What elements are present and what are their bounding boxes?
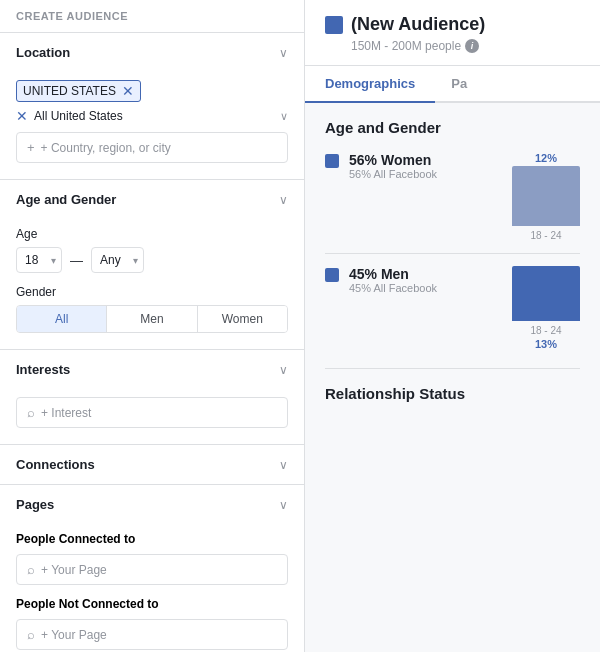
audience-title-icon <box>325 16 343 34</box>
age-to-select[interactable]: Any 24 34 44 54 64 65+ <box>91 247 144 273</box>
connections-section-header[interactable]: Connections ∨ <box>0 445 304 484</box>
age-gender-section-header[interactable]: Age and Gender ∨ <box>0 180 304 219</box>
right-panel: (New Audience) 150M - 200M people i Demo… <box>305 0 600 652</box>
audience-title-text: (New Audience) <box>351 14 485 35</box>
interests-input-wrapper[interactable]: ⌕ <box>16 397 288 428</box>
people-connected-search-icon: ⌕ <box>27 562 35 577</box>
interests-search-icon: ⌕ <box>27 405 35 420</box>
pages-section: Pages ∨ People Connected to ⌕ People Not… <box>0 485 304 652</box>
tab-page-likes[interactable]: Pa <box>435 66 483 101</box>
women-info: 56% Women 56% All Facebook <box>349 152 437 180</box>
gender-buttons: All Men Women <box>16 305 288 333</box>
location-tag[interactable]: UNITED STATES ✕ <box>16 80 141 102</box>
gender-label: Gender <box>16 285 288 299</box>
location-sub-text: All United States <box>34 109 274 123</box>
women-bar <box>512 166 580 226</box>
interests-section: Interests ∨ ⌕ <box>0 350 304 445</box>
people-not-connected-input[interactable] <box>41 628 277 642</box>
interests-title: Interests <box>16 362 70 377</box>
age-to-wrapper: Any 24 34 44 54 64 65+ <box>91 247 144 273</box>
age-from-wrapper: 18 21 25 35 45 55 65 <box>16 247 62 273</box>
divider-1 <box>325 253 580 254</box>
age-gender-chart-title: Age and Gender <box>325 119 580 136</box>
create-audience-header: CREATE AUDIENCE <box>0 0 304 33</box>
relationship-status-section: Relationship Status <box>325 385 580 402</box>
men-bar-chart: 18 - 24 13% <box>512 266 580 352</box>
people-connected-input-wrapper[interactable]: ⌕ <box>16 554 288 585</box>
location-input[interactable] <box>41 141 277 155</box>
women-bar-chart: 12% 18 - 24 <box>512 152 580 241</box>
location-tag-remove-icon[interactable]: ✕ <box>122 84 134 98</box>
pages-section-body: People Connected to ⌕ People Not Connect… <box>0 524 304 652</box>
women-color-box <box>325 154 339 168</box>
women-bar-pct: 12% <box>535 152 557 164</box>
age-dash: — <box>70 253 83 268</box>
audience-size-text: 150M - 200M people <box>351 39 461 53</box>
age-label: Age <box>16 227 288 241</box>
people-not-connected-search-icon: ⌕ <box>27 627 35 642</box>
men-sub-label: 45% All Facebook <box>349 282 437 294</box>
interests-section-body: ⌕ <box>0 389 304 444</box>
men-color-box <box>325 268 339 282</box>
men-bar-age-label: 18 - 24 <box>530 325 561 336</box>
location-section: Location ∨ UNITED STATES ✕ ✕ All United … <box>0 33 304 180</box>
people-connected-input[interactable] <box>41 563 277 577</box>
audience-info-icon[interactable]: i <box>465 39 479 53</box>
location-section-header[interactable]: Location ∨ <box>0 33 304 72</box>
age-gender-section: Age and Gender ∨ Age 18 21 25 35 45 55 6… <box>0 180 304 350</box>
people-connected-label: People Connected to <box>16 532 288 546</box>
pages-section-header[interactable]: Pages ∨ <box>0 485 304 524</box>
gender-men-button[interactable]: Men <box>107 306 197 332</box>
women-stat: 56% Women 56% All Facebook <box>325 152 437 180</box>
demographics-content: Age and Gender 56% Women 56% All Faceboo… <box>305 103 600 418</box>
people-not-connected-input-wrapper[interactable]: ⌕ <box>16 619 288 650</box>
age-row: 18 21 25 35 45 55 65 — Any 24 34 <box>16 247 288 273</box>
men-bar-pct: 13% <box>535 338 557 350</box>
location-search-icon: + <box>27 140 35 155</box>
location-title: Location <box>16 45 70 60</box>
interests-section-header[interactable]: Interests ∨ <box>0 350 304 389</box>
location-chevron-icon: ∨ <box>279 46 288 60</box>
men-bar <box>512 266 580 321</box>
relationship-status-title: Relationship Status <box>325 385 580 402</box>
men-pct-label: 45% Men <box>349 266 437 282</box>
women-bar-age-label: 18 - 24 <box>530 230 561 241</box>
divider-2 <box>325 368 580 369</box>
audience-size-row: 150M - 200M people i <box>351 39 580 53</box>
age-gender-title: Age and Gender <box>16 192 116 207</box>
connections-chevron-icon: ∨ <box>279 458 288 472</box>
connections-section: Connections ∨ <box>0 445 304 485</box>
tabs-bar: Demographics Pa <box>305 66 600 103</box>
women-sub-label: 56% All Facebook <box>349 168 437 180</box>
location-input-wrapper[interactable]: + <box>16 132 288 163</box>
interests-input[interactable] <box>41 406 277 420</box>
tab-demographics[interactable]: Demographics <box>305 66 435 103</box>
pages-chevron-icon: ∨ <box>279 498 288 512</box>
location-dropdown-icon[interactable]: ∨ <box>280 110 288 123</box>
gender-women-button[interactable]: Women <box>198 306 287 332</box>
audience-header: (New Audience) 150M - 200M people i <box>305 0 600 66</box>
connections-title: Connections <box>16 457 95 472</box>
location-sub-row: ✕ All United States ∨ <box>16 108 288 124</box>
location-tag-text: UNITED STATES <box>23 84 116 98</box>
left-panel: CREATE AUDIENCE Location ∨ UNITED STATES… <box>0 0 305 652</box>
age-from-select[interactable]: 18 21 25 35 45 55 65 <box>16 247 62 273</box>
age-gender-chevron-icon: ∨ <box>279 193 288 207</box>
pages-title: Pages <box>16 497 54 512</box>
men-info: 45% Men 45% All Facebook <box>349 266 437 294</box>
interests-chevron-icon: ∨ <box>279 363 288 377</box>
audience-title-row: (New Audience) <box>325 14 580 35</box>
age-gender-section-body: Age 18 21 25 35 45 55 65 — An <box>0 219 304 349</box>
men-stat: 45% Men 45% All Facebook <box>325 266 437 294</box>
women-pct-label: 56% Women <box>349 152 437 168</box>
location-section-body: UNITED STATES ✕ ✕ All United States ∨ + <box>0 72 304 179</box>
people-not-connected-label: People Not Connected to <box>16 597 288 611</box>
location-x-icon[interactable]: ✕ <box>16 108 28 124</box>
gender-all-button[interactable]: All <box>17 306 107 332</box>
